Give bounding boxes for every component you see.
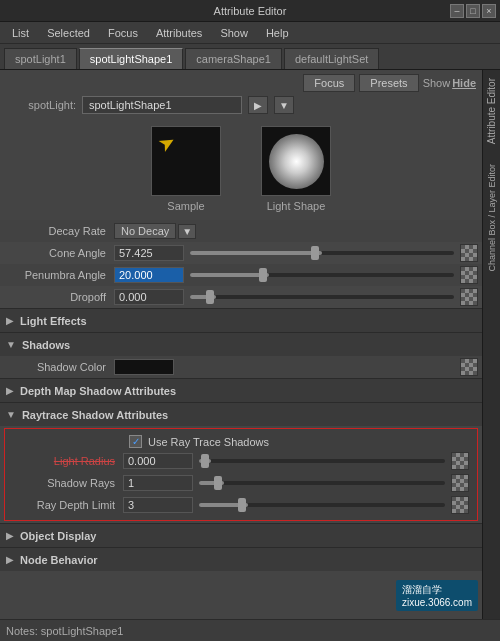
penumbra-angle-label: Penumbra Angle bbox=[4, 269, 114, 281]
spotlight-name-row: spotLight: ▶ ▼ bbox=[0, 94, 482, 116]
shadow-rays-checker[interactable] bbox=[451, 474, 469, 492]
cone-angle-label: Cone Angle bbox=[4, 247, 114, 259]
side-panel: Attribute Editor Channel Box / Layer Edi… bbox=[482, 70, 500, 619]
shadow-rays-field[interactable] bbox=[123, 475, 193, 491]
cone-angle-slider[interactable] bbox=[190, 251, 454, 255]
decay-rate-dropdown: No Decay ▼ bbox=[114, 223, 196, 239]
ray-depth-handle[interactable] bbox=[238, 498, 246, 512]
light-radius-slider[interactable] bbox=[199, 459, 445, 463]
penumbra-angle-field[interactable] bbox=[114, 267, 184, 283]
sample-preview-item: ➤ Sample bbox=[151, 126, 221, 212]
sample-label: Sample bbox=[167, 200, 204, 212]
main-content: Focus Presets Show Hide spotLight: ▶ ▼ ➤… bbox=[0, 70, 500, 619]
node-behavior-section[interactable]: ▶ Node Behavior bbox=[0, 547, 482, 571]
focus-button[interactable]: Focus bbox=[303, 74, 355, 92]
dropoff-checker[interactable] bbox=[460, 288, 478, 306]
arrow-decorator-icon: ➤ bbox=[153, 128, 180, 157]
raytrace-section[interactable]: ▼ Raytrace Shadow Attributes bbox=[0, 402, 482, 426]
title-bar-text: Attribute Editor bbox=[214, 5, 287, 17]
cone-angle-checker[interactable] bbox=[460, 244, 478, 262]
penumbra-angle-slider-handle[interactable] bbox=[259, 268, 267, 282]
menu-list[interactable]: List bbox=[4, 25, 37, 41]
object-display-title: Object Display bbox=[20, 530, 96, 542]
light-radius-field[interactable] bbox=[123, 453, 193, 469]
dropoff-slider-handle[interactable] bbox=[206, 290, 214, 304]
ray-depth-slider[interactable] bbox=[199, 503, 445, 507]
use-raytrace-label: Use Ray Trace Shadows bbox=[148, 436, 269, 448]
title-bar: Attribute Editor – □ × bbox=[0, 0, 500, 22]
shadow-color-row: Shadow Color bbox=[0, 356, 482, 378]
menu-show[interactable]: Show bbox=[212, 25, 256, 41]
depth-map-title: Depth Map Shadow Attributes bbox=[20, 385, 176, 397]
tab-defaultlightset[interactable]: defaultLightSet bbox=[284, 48, 379, 69]
notes-text: Notes: spotLightShape1 bbox=[6, 625, 123, 637]
raytrace-title: Raytrace Shadow Attributes bbox=[22, 409, 168, 421]
watermark-line2: zixue.3066.com bbox=[402, 597, 472, 608]
shadow-color-label: Shadow Color bbox=[4, 361, 114, 373]
preview-section: ➤ Sample Light Shape bbox=[0, 118, 482, 220]
notes-bar: Notes: spotLightShape1 bbox=[0, 619, 500, 641]
show-label: Show bbox=[423, 77, 451, 89]
menu-attributes[interactable]: Attributes bbox=[148, 25, 210, 41]
object-display-section[interactable]: ▶ Object Display bbox=[0, 523, 482, 547]
arrow-icon-btn1[interactable]: ▶ bbox=[248, 96, 268, 114]
light-shape-preview-item: Light Shape bbox=[261, 126, 331, 212]
tab-spotlight1[interactable]: spotLight1 bbox=[4, 48, 77, 69]
tab-bar: spotLight1 spotLightShape1 cameraShape1 … bbox=[0, 44, 500, 70]
penumbra-angle-checker[interactable] bbox=[460, 266, 478, 284]
sample-preview-box: ➤ bbox=[151, 126, 221, 196]
maximize-button[interactable]: □ bbox=[466, 4, 480, 18]
hide-link[interactable]: Hide bbox=[452, 77, 476, 89]
raytrace-highlight-box: ✓ Use Ray Trace Shadows Light Radius Sha… bbox=[4, 428, 478, 521]
tab-camerashape1[interactable]: cameraShape1 bbox=[185, 48, 282, 69]
light-effects-arrow-icon: ▶ bbox=[6, 315, 14, 326]
minimize-button[interactable]: – bbox=[450, 4, 464, 18]
tab-spotlightshape1[interactable]: spotLightShape1 bbox=[79, 48, 184, 69]
decay-rate-dropdown-arrow[interactable]: ▼ bbox=[178, 224, 196, 239]
light-shape-label: Light Shape bbox=[267, 200, 326, 212]
title-bar-controls: – □ × bbox=[450, 4, 496, 18]
watermark-line1: 溜溜自学 bbox=[402, 583, 472, 597]
spotlight-label: spotLight: bbox=[6, 99, 76, 111]
use-raytrace-checkbox[interactable]: ✓ bbox=[129, 435, 142, 448]
dropoff-field[interactable] bbox=[114, 289, 184, 305]
arrow-icon-btn2[interactable]: ▼ bbox=[274, 96, 294, 114]
show-hide-row: Show Hide bbox=[423, 77, 476, 89]
menu-help[interactable]: Help bbox=[258, 25, 297, 41]
menu-bar: List Selected Focus Attributes Show Help bbox=[0, 22, 500, 44]
decay-rate-dropdown-btn[interactable]: No Decay bbox=[114, 223, 176, 239]
dropoff-slider[interactable] bbox=[190, 295, 454, 299]
light-effects-section[interactable]: ▶ Light Effects bbox=[0, 308, 482, 332]
shadows-section[interactable]: ▼ Shadows bbox=[0, 332, 482, 356]
raytrace-arrow-icon: ▼ bbox=[6, 409, 16, 420]
shadow-rays-handle[interactable] bbox=[214, 476, 222, 490]
depth-map-section[interactable]: ▶ Depth Map Shadow Attributes bbox=[0, 378, 482, 402]
light-radius-label: Light Radius bbox=[13, 455, 123, 467]
shadow-rays-label: Shadow Rays bbox=[13, 477, 123, 489]
spotlight-name-field[interactable] bbox=[82, 96, 242, 114]
dropoff-label: Dropoff bbox=[4, 291, 114, 303]
shadow-color-checker[interactable] bbox=[460, 358, 478, 376]
cone-angle-field[interactable] bbox=[114, 245, 184, 261]
penumbra-angle-slider-fill bbox=[190, 273, 269, 277]
cone-angle-slider-fill bbox=[190, 251, 322, 255]
presets-button[interactable]: Presets bbox=[359, 74, 418, 92]
depth-map-arrow-icon: ▶ bbox=[6, 385, 14, 396]
shadow-rays-slider[interactable] bbox=[199, 481, 445, 485]
light-shape-preview-box bbox=[261, 126, 331, 196]
ray-depth-checker[interactable] bbox=[451, 496, 469, 514]
close-button[interactable]: × bbox=[482, 4, 496, 18]
cone-angle-slider-handle[interactable] bbox=[311, 246, 319, 260]
watermark: 溜溜自学 zixue.3066.com bbox=[396, 580, 478, 611]
shadows-arrow-icon: ▼ bbox=[6, 339, 16, 350]
menu-focus[interactable]: Focus bbox=[100, 25, 146, 41]
shadow-color-swatch[interactable] bbox=[114, 359, 174, 375]
light-radius-checker[interactable] bbox=[451, 452, 469, 470]
menu-selected[interactable]: Selected bbox=[39, 25, 98, 41]
side-label-channel: Channel Box / Layer Editor bbox=[487, 164, 497, 272]
light-radius-handle[interactable] bbox=[201, 454, 209, 468]
penumbra-angle-slider[interactable] bbox=[190, 273, 454, 277]
node-behavior-title: Node Behavior bbox=[20, 554, 98, 566]
ray-depth-field[interactable] bbox=[123, 497, 193, 513]
object-display-arrow-icon: ▶ bbox=[6, 530, 14, 541]
